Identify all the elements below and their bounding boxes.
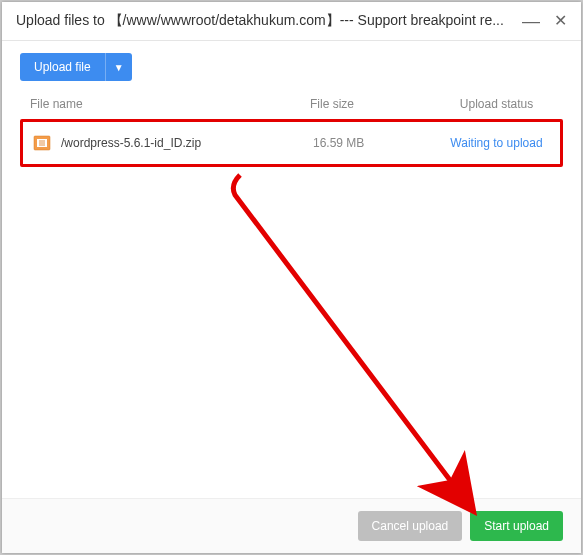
table-header: File name File size Upload status: [20, 89, 563, 119]
minimize-icon[interactable]: —: [522, 12, 540, 30]
window-controls: — ✕: [522, 12, 567, 30]
titlebar: Upload files to 【/www/wwwroot/detakhukum…: [2, 2, 581, 41]
close-icon[interactable]: ✕: [554, 13, 567, 29]
zip-file-icon: [33, 134, 51, 152]
upload-dialog: Upload files to 【/www/wwwroot/detakhukum…: [2, 2, 581, 553]
header-filename: File name: [30, 97, 310, 111]
start-upload-button[interactable]: Start upload: [470, 511, 563, 541]
file-name: /wordpress-5.6.1-id_ID.zip: [61, 136, 313, 150]
file-size: 16.59 MB: [313, 136, 443, 150]
header-filesize: File size: [310, 97, 440, 111]
file-status: Waiting to upload: [443, 136, 550, 150]
window-title: Upload files to 【/www/wwwroot/detakhukum…: [16, 12, 522, 30]
dialog-footer: Cancel upload Start upload: [2, 498, 581, 553]
upload-file-group: Upload file ▼: [20, 53, 132, 81]
upload-file-button[interactable]: Upload file: [20, 53, 105, 81]
toolbar: Upload file ▼: [2, 41, 581, 89]
header-status: Upload status: [440, 97, 553, 111]
annotation-highlight: /wordpress-5.6.1-id_ID.zip 16.59 MB Wait…: [20, 119, 563, 167]
cancel-upload-button[interactable]: Cancel upload: [358, 511, 463, 541]
upload-file-dropdown[interactable]: ▼: [105, 53, 132, 81]
file-table: File name File size Upload status /wordp…: [2, 89, 581, 498]
table-row[interactable]: /wordpress-5.6.1-id_ID.zip 16.59 MB Wait…: [25, 124, 558, 162]
